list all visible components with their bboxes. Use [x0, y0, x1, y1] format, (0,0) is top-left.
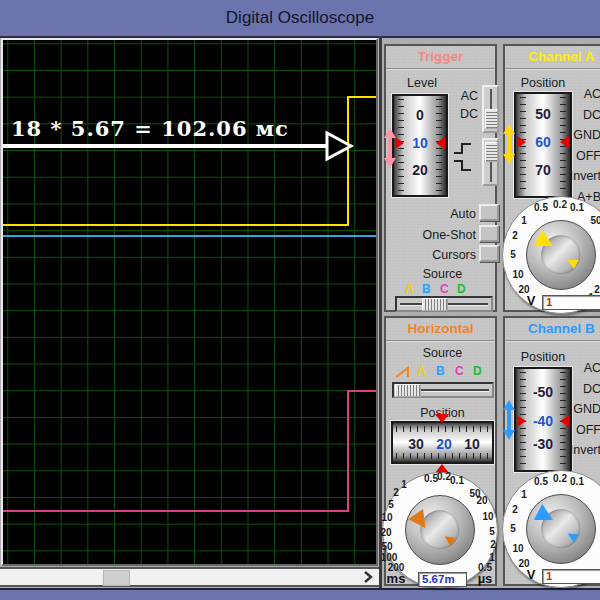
trigger-auto-label: Auto	[386, 207, 476, 221]
horizontal-unit-ms-label: ms	[387, 571, 406, 586]
channel-a-drag-arrow-icon	[502, 124, 516, 164]
horizontal-source-label: Source	[386, 346, 499, 360]
knob-scale-label: 2	[512, 504, 518, 515]
title-bar: Digital Oscilloscope	[0, 0, 600, 38]
falling-edge-icon	[453, 159, 473, 172]
knob-scale-label: 100	[381, 552, 398, 563]
slider-thumb[interactable]	[422, 298, 448, 311]
knob-scale-label: 10	[512, 269, 523, 280]
channel-b-mode-off: OFF	[561, 420, 600, 441]
trigger-dc-label: DC	[446, 107, 478, 121]
horizontal-header: Horizontal	[386, 318, 495, 342]
knob-scale-label: 5	[510, 249, 516, 260]
channel-b-value-input[interactable]: 1	[542, 569, 600, 584]
knob-scale-label: 1	[521, 489, 527, 500]
gauge-marker-left	[517, 136, 526, 148]
knob-scale-label: 5	[388, 499, 394, 510]
gauge-tick-label-selected: 20	[429, 436, 459, 452]
trigger-drag-arrow-icon	[383, 128, 397, 168]
trigger-panel: Trigger Level 0 10 20 AC DC	[384, 44, 497, 312]
trigger-cursors-label: Cursors	[386, 248, 476, 262]
knob-scale-label: 0.2	[553, 199, 567, 210]
knob-scale-label: 1	[401, 479, 407, 490]
gauge-tick-label: 0	[394, 107, 446, 123]
trigger-level-label: Level	[394, 76, 450, 90]
knob-scale-label: 1	[521, 215, 527, 226]
slider-thumb[interactable]	[395, 384, 421, 397]
channel-a-mode-off: OFF	[561, 146, 600, 167]
trigger-cursors-button[interactable]	[479, 245, 499, 262]
gauge-tick-label: 30	[401, 436, 431, 452]
trigger-level-gauge[interactable]: 0 10 20	[392, 94, 448, 197]
source-channel-d-label: D	[473, 364, 482, 378]
gauge-tick-label: 20	[394, 162, 446, 178]
channel-a-mode-dc: DC	[561, 105, 600, 126]
horizontal-unit-us-label: µs	[478, 571, 493, 586]
knob-scale-label: 0.2	[437, 471, 451, 482]
trigger-auto-button[interactable]	[479, 204, 499, 221]
horizontal-value-input[interactable]: 5.67m	[418, 572, 467, 587]
switch-thumb[interactable]	[485, 109, 498, 129]
horizontal-source-slider[interactable]	[392, 382, 494, 398]
horizontal-panel: Horizontal Source A B C D Position 30 20…	[384, 316, 497, 586]
source-channel-c-label: C	[455, 364, 464, 378]
channel-b-mode-labels: AC DC GND OFF Invert	[561, 358, 600, 461]
trigger-one-shot-button[interactable]	[479, 225, 499, 242]
channel-a-mode-gnd: GND	[561, 125, 600, 146]
horizontal-time-knob[interactable]	[405, 495, 475, 565]
display-panel-divider	[379, 36, 382, 588]
rising-edge-icon	[453, 142, 473, 155]
channel-b-mode-invert: Invert	[561, 440, 600, 461]
knob-scale-label: 20	[476, 495, 487, 506]
trigger-edge-switch[interactable]	[482, 138, 499, 186]
scrollbar-thumb[interactable]	[103, 570, 130, 586]
source-channel-a-label: A	[417, 364, 426, 378]
channel-b-drag-arrow-icon	[502, 400, 516, 440]
gauge-ticks	[396, 453, 489, 459]
knob-scale-label: 10	[381, 512, 392, 523]
channel-a-value-input[interactable]: 1	[542, 295, 600, 310]
source-channel-a-label: A	[405, 282, 414, 296]
window-title: Digital Oscilloscope	[226, 8, 374, 28]
knob-scale-label: 20	[380, 527, 391, 538]
trace-channel-a-high	[347, 96, 376, 98]
knob-scale-label: 2	[393, 487, 399, 498]
channel-a-volts-knob-group: 20 10 5 2 1 0.5 0.2 0.1 50 20 10 5 2 1 0…	[505, 196, 600, 314]
trace-channel-b-low	[3, 510, 349, 512]
knob-scale-label: 0.5	[534, 202, 548, 213]
knob-scale-label: 2	[512, 230, 518, 241]
knob-scale-label: 50	[381, 541, 392, 552]
horizontal-position-gauge[interactable]: 30 20 10	[391, 421, 494, 464]
knob-scale-label: 0.5	[534, 476, 548, 487]
trace-channel-b-high	[347, 390, 376, 392]
channel-b-mode-gnd: GND	[561, 399, 600, 420]
gauge-tick-label: 10	[457, 436, 487, 452]
trigger-coupling-switch[interactable]	[482, 85, 499, 133]
knob-scale-label: 0.1	[570, 476, 584, 487]
trigger-source-label: Source	[386, 267, 499, 281]
display-scrollbar[interactable]	[0, 567, 380, 587]
channel-b-volts-knob[interactable]	[526, 494, 596, 564]
source-channel-b-label: B	[422, 282, 431, 296]
scrollbar-right-arrow-icon[interactable]	[360, 569, 376, 585]
channel-a-header: Channel A	[505, 46, 600, 70]
channel-a-mode-ac: AC	[561, 84, 600, 105]
knob-scale-label: 10	[512, 543, 523, 554]
source-channel-b-label: B	[436, 364, 445, 378]
trace-reference-line	[3, 235, 376, 237]
switch-thumb[interactable]	[485, 142, 498, 162]
source-channel-c-label: C	[440, 282, 449, 296]
channel-b-unit-label: V	[527, 567, 536, 582]
channel-b-volts-knob-group: 20 10 5 2 1 0.5 0.2 0.1 V 1	[505, 470, 600, 588]
trigger-source-slider[interactable]	[395, 296, 493, 312]
source-channel-d-label: D	[457, 282, 466, 296]
trace-channel-a-low	[3, 224, 349, 226]
channel-a-mode-labels: AC DC GND OFF Invert A+B	[561, 84, 600, 207]
scope-display: 18 * 5.67 = 102.06 мс	[1, 38, 378, 566]
trace-channel-b-rise	[347, 390, 349, 512]
channel-a-volts-knob[interactable]	[526, 220, 596, 290]
channel-b-mode-dc: DC	[561, 379, 600, 400]
channel-b-mode-ac: AC	[561, 358, 600, 379]
gauge-ticks	[396, 426, 489, 432]
gauge-marker-top	[435, 414, 449, 423]
